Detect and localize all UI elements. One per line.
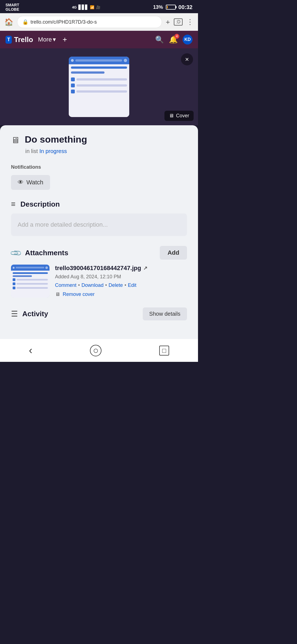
back-button[interactable]: ‹	[29, 345, 32, 356]
add-button[interactable]: +	[62, 35, 67, 44]
new-tab-button[interactable]: +	[166, 18, 170, 26]
carrier-left: SMART	[6, 3, 19, 7]
attachment-filename: trello390046170168442747.jpg ↗	[55, 265, 187, 272]
remove-cover-link[interactable]: Remove cover	[63, 292, 95, 297]
activity-icon: ☰	[11, 309, 18, 318]
delete-link[interactable]: Delete	[109, 282, 123, 288]
cover-area: × 🖥 Cover	[0, 48, 198, 125]
trello-logo[interactable]: T Trello	[6, 35, 33, 44]
url-text: trello.com/c/iPHD1R7D/3-do-s	[31, 19, 97, 25]
status-right: 13% 00:32	[153, 4, 193, 10]
list-prefix: in list	[25, 148, 38, 154]
description-input[interactable]: Add a more detailed description...	[11, 213, 187, 236]
url-bar[interactable]: 🔒 trello.com/c/iPHD1R7D/3-do-s	[17, 16, 162, 28]
cover-image	[69, 57, 129, 117]
attachments-title: Attachments	[25, 249, 68, 257]
attachment-thumbnail[interactable]	[11, 265, 50, 298]
list-name-link[interactable]: In progress	[39, 148, 67, 154]
notifications-section: Notifications 👁 Watch	[11, 164, 187, 190]
trello-logo-icon: T	[6, 36, 12, 44]
attachment-info: trello390046170168442747.jpg ↗ Added Aug…	[55, 265, 187, 297]
avatar[interactable]: KD	[183, 35, 193, 45]
monitor-icon: 🖥	[55, 292, 60, 297]
paperclip-icon: 📎	[9, 246, 22, 259]
signal-icons: 4G ▋▋▋ 📶 🎥	[72, 5, 100, 10]
card-detail: 🖥 Do something in list In progress Notif…	[0, 125, 198, 339]
activity-section: ☰ Activity Show details	[11, 307, 187, 320]
chevron-down-icon: ▾	[53, 36, 56, 43]
cover-label: Cover	[176, 113, 189, 119]
browser-bar: 🏠 🔒 trello.com/c/iPHD1R7D/3-do-s + :D ⋮	[0, 13, 198, 31]
add-attachment-button[interactable]: Add	[160, 246, 187, 260]
tabs-button[interactable]: :D	[174, 18, 183, 26]
battery-icon	[166, 5, 176, 10]
close-button[interactable]: ×	[181, 53, 193, 65]
edit-link[interactable]: Edit	[128, 282, 136, 288]
card-title-row: 🖥 Do something	[11, 134, 187, 145]
home-icon[interactable]: 🏠	[4, 18, 13, 26]
attachments-section: 📎 Attachments Add	[11, 246, 187, 298]
description-icon: ≡	[11, 200, 15, 209]
activity-title: Activity	[22, 310, 48, 318]
cover-monitor-icon: 🖥	[169, 113, 174, 119]
battery-percent: 13%	[153, 4, 163, 10]
attachment-item: trello390046170168442747.jpg ↗ Added Aug…	[11, 265, 187, 298]
more-button[interactable]: More ▾	[38, 36, 56, 43]
more-label: More	[38, 36, 52, 43]
home-nav-button[interactable]: ○	[90, 345, 101, 356]
clock: 00:32	[178, 4, 193, 10]
comment-link[interactable]: Comment	[55, 282, 76, 288]
trello-navbar: T Trello More ▾ + 🔍 🔔 4 KD	[0, 31, 198, 48]
trello-logo-text: Trello	[14, 35, 33, 44]
notifications-label: Notifications	[11, 164, 187, 170]
card-icon: 🖥	[11, 135, 20, 145]
browser-menu-button[interactable]: ⋮	[186, 18, 194, 26]
card-title: Do something	[25, 134, 87, 145]
notifications-bell[interactable]: 🔔 4	[169, 35, 178, 44]
card-subtitle: in list In progress	[25, 148, 187, 154]
carrier-info: SMART GLOBE	[6, 3, 19, 12]
security-icon: 🔒	[22, 19, 28, 25]
attachment-date: Added Aug 8, 2024, 12:10 PM	[55, 274, 187, 280]
download-link[interactable]: Download	[81, 282, 103, 288]
external-link-icon: ↗	[143, 265, 147, 271]
search-icon[interactable]: 🔍	[155, 35, 164, 44]
eye-icon: 👁	[18, 179, 24, 186]
recents-button[interactable]: □	[159, 346, 169, 356]
attachment-filename-link[interactable]: trello390046170168442747.jpg	[55, 265, 141, 272]
remove-cover-row[interactable]: 🖥 Remove cover	[55, 292, 187, 297]
status-bar: SMART GLOBE 4G ▋▋▋ 📶 🎥 13% 00:32	[0, 0, 198, 13]
watch-label: Watch	[26, 179, 43, 186]
cover-button[interactable]: 🖥 Cover	[164, 111, 194, 121]
watch-button[interactable]: 👁 Watch	[11, 175, 50, 190]
notification-badge: 4	[174, 34, 179, 39]
carrier-left2: GLOBE	[6, 7, 19, 12]
description-section: ≡ Description Add a more detailed descri…	[11, 200, 187, 236]
bottom-nav: ‹ ○ □	[0, 339, 198, 362]
show-details-button[interactable]: Show details	[143, 307, 187, 320]
attachment-actions: Comment • Download • Delete • Edit	[55, 282, 187, 288]
description-title: Description	[20, 200, 60, 209]
